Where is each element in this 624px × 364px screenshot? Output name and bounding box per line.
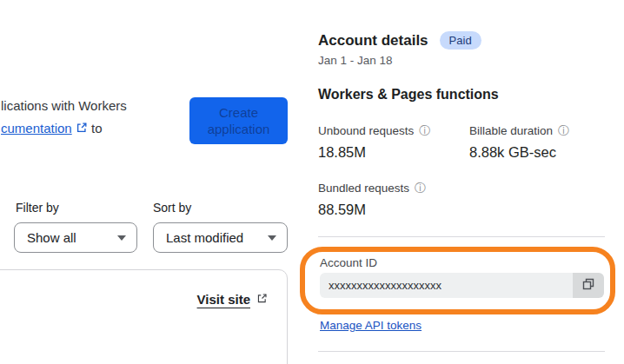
divider bbox=[318, 351, 605, 352]
info-icon[interactable]: ⓘ bbox=[415, 182, 426, 194]
external-link-icon bbox=[76, 118, 88, 141]
metric-bundled-requests: Bundled requests ⓘ 88.59M bbox=[318, 182, 426, 218]
metric-value: 8.88k GB-sec bbox=[469, 144, 569, 161]
intro-line1: lications with Workers bbox=[1, 95, 127, 117]
date-range: Jan 1 - Jan 18 bbox=[318, 54, 393, 67]
intro-after-link: to bbox=[91, 121, 103, 136]
metric-label: Bundled requests bbox=[318, 182, 409, 195]
account-id-label: Account ID bbox=[320, 256, 377, 269]
project-card: Visit site bbox=[0, 269, 288, 364]
metric-label: Unbound requests bbox=[318, 124, 414, 137]
sort-by-label: Sort by bbox=[153, 201, 191, 215]
account-details-title: Account details bbox=[318, 32, 428, 50]
account-id-group bbox=[320, 273, 604, 298]
visit-site-link[interactable]: Visit site bbox=[197, 292, 268, 307]
chevron-down-icon bbox=[268, 235, 276, 241]
metric-value: 88.59M bbox=[318, 202, 426, 218]
create-application-button[interactable]: Create application bbox=[189, 97, 288, 144]
filter-dropdown[interactable]: Show all bbox=[14, 222, 137, 253]
documentation-link[interactable]: cumentation bbox=[1, 121, 72, 136]
metric-unbound-requests: Unbound requests ⓘ 18.85M bbox=[318, 124, 430, 161]
copy-button[interactable] bbox=[573, 273, 604, 298]
filter-by-label: Filter by bbox=[16, 201, 59, 215]
workers-pages-functions-title: Workers & Pages functions bbox=[318, 87, 499, 103]
info-icon[interactable]: ⓘ bbox=[419, 125, 430, 136]
intro-line2: cumentation to bbox=[1, 117, 127, 141]
info-icon[interactable]: ⓘ bbox=[558, 125, 569, 136]
chevron-down-icon bbox=[117, 235, 126, 241]
sort-dropdown-value: Last modified bbox=[166, 230, 243, 245]
visit-site-label: Visit site bbox=[197, 292, 250, 307]
metric-label: Billable duration bbox=[469, 124, 553, 137]
external-link-icon bbox=[256, 292, 268, 307]
copy-icon bbox=[581, 277, 595, 294]
account-details-panel: Account details Paid Jan 1 - Jan 18 Work… bbox=[318, 0, 605, 364]
account-id-input[interactable] bbox=[320, 273, 573, 298]
sort-dropdown[interactable]: Last modified bbox=[153, 222, 288, 253]
filter-dropdown-value: Show all bbox=[27, 230, 76, 245]
divider bbox=[318, 236, 605, 237]
plan-badge: Paid bbox=[440, 31, 481, 50]
manage-api-tokens-link[interactable]: Manage API tokens bbox=[320, 319, 422, 332]
metric-billable-duration: Billable duration ⓘ 8.88k GB-sec bbox=[469, 124, 569, 161]
metric-value: 18.85M bbox=[318, 144, 430, 161]
intro-text: lications with Workers cumentation to bbox=[1, 95, 127, 141]
